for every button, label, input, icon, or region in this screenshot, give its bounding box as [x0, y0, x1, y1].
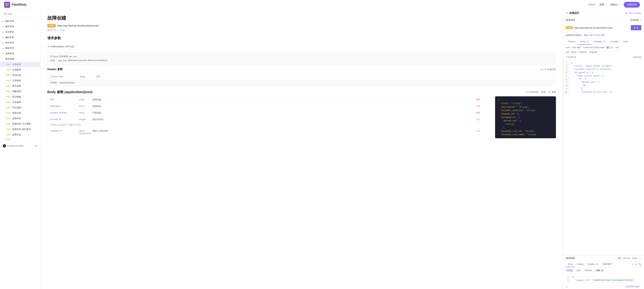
body-type-xml[interactable]: xml — [615, 46, 618, 49]
search-icon: 🔍 — [4, 13, 6, 15]
chevron-right-icon: ▶ — [3, 36, 4, 38]
sidebar-item-collab-space[interactable]: ▶ 协作空间 — [0, 40, 40, 46]
tab-headers[interactable]: Headers 1 — [592, 38, 608, 45]
sidebar-item-incident-card-view[interactable]: POST 故障列表-按ID查询 — [0, 126, 40, 132]
search-input[interactable] — [8, 13, 36, 15]
body-type-json[interactable]: json — [606, 46, 613, 49]
code-line: "string" — [498, 122, 553, 126]
param-row-incident-severity: incident_severity string 严重程度 必需 — [48, 110, 492, 116]
code-line: "channel_id": 0, — [498, 112, 553, 116]
compare-icon[interactable]: ⇄ — [635, 263, 637, 266]
sidebar-item-team-mgmt[interactable]: ▶ 团队管理 — [0, 18, 40, 24]
sidebar-item-label: 关闭故障 — [12, 79, 21, 82]
format-raw-button[interactable]: Raw — [575, 269, 582, 272]
tab-auth[interactable]: Auth — [621, 38, 630, 45]
sidebar-item-snooze-incident[interactable]: POST 取消屏蔽 — [0, 94, 40, 100]
param-row-description: description string 故障描述 可选 — [48, 103, 492, 110]
auth-section-header[interactable]: ▼ Authorization: API Key — [47, 43, 556, 50]
runner-title: ✕ 在线运行 — [566, 12, 580, 15]
sidebar-item-incident-log[interactable]: POST — [0, 138, 40, 142]
sidebar-item-incident-id-query[interactable]: POST 故障记录 — [0, 132, 40, 138]
tab-cookies[interactable]: Cookies — [608, 38, 621, 45]
body-type-urlencoded[interactable]: x-www-form-urlencoded — [583, 46, 604, 49]
auto-gen-button[interactable]: ↺ 自动生成 — [566, 56, 576, 59]
format-button[interactable]: ⊟ 格式化 — [633, 56, 641, 59]
official-link[interactable]: 官网 ↗ — [600, 3, 606, 6]
post-badge: POST — [6, 112, 11, 114]
api-url-row: POST https://api.flashcat.cloud/incident… — [47, 24, 556, 28]
search-icon[interactable]: 🔍 — [638, 263, 641, 266]
sidebar-item-reopen-incident[interactable]: POST 屏蔽故障 — [0, 89, 40, 94]
search-box[interactable]: 🔍 — [2, 12, 38, 16]
code-editor[interactable]: 12345 678910 { "title": "login server is… — [563, 60, 644, 255]
main-content: 故障创建 POST https://api.flashcat.cloud/inc… — [40, 10, 563, 289]
sidebar-item-close-incident[interactable]: POST 重开故障 — [0, 83, 40, 89]
body-type-binary[interactable]: binary — [571, 51, 576, 53]
encoding-select[interactable]: utf8 — [594, 268, 604, 272]
code-line: { — [498, 98, 553, 102]
tab-body[interactable]: Body 1 — [578, 38, 592, 45]
sidebar-item-comment-incident[interactable]: POST 故障详情 — [0, 110, 40, 116]
sidebar-item-create-incident[interactable]: POST 派派故障 — [0, 62, 40, 67]
sidebar-item-shift-mgmt[interactable]: ▶ 值班管理 — [0, 24, 40, 29]
env-selector[interactable]: 正式环境 ▼ — [630, 18, 641, 22]
code-line: "schedule_to_role_ids": { — [571, 90, 642, 94]
sidebar-item-aggregate-view[interactable]: 聚合视图 — [0, 56, 40, 62]
example-label: 示例值： — [50, 81, 59, 84]
response-tab-actual-request[interactable]: 实际请求* — [600, 261, 614, 267]
sidebar-item-info-fetch[interactable]: ▶ 信息获取 — [0, 29, 40, 35]
response-tab-body[interactable]: Body — [566, 262, 575, 267]
auto-select-agent[interactable]: ↑ 自动选择 Agent ↓ — [624, 285, 641, 288]
share-icon[interactable]: ⤢ — [632, 263, 634, 266]
format-preview-button[interactable]: Preview — [583, 269, 593, 272]
code-line: "title": "login server is down", — [571, 64, 642, 68]
param-desc: 故障标题 — [92, 98, 474, 101]
example-json-panel: { "title": "string", "description": "str… — [495, 96, 556, 138]
url-input[interactable] — [574, 26, 630, 29]
body-type-raw[interactable]: raw — [566, 51, 569, 53]
sidebar-item-acknowledge-incident[interactable]: POST 取消认领 — [0, 72, 40, 78]
response-bottom-bar: ⇅ ↑ 自动选择 Agent ↓ — [563, 284, 644, 289]
expand-collapse-icon[interactable]: ⇅ — [566, 286, 568, 288]
response-tab-header[interactable]: Header 5 — [586, 262, 600, 267]
param-type: object (Assignment) — [79, 130, 91, 134]
expand-icon[interactable]: ⤢ — [639, 257, 641, 260]
sidebar-item-incident-detail[interactable]: POST 故障列表 — [0, 116, 40, 121]
sidebar-item-cancel-acknowledge[interactable]: POST 关闭故障 — [0, 78, 40, 83]
code-line: "title": "string", — [498, 102, 553, 105]
tab-badge: 5 — [596, 263, 598, 265]
request-params-title: 请求参数 — [47, 36, 556, 40]
body-type-none[interactable]: none — [566, 46, 570, 49]
close-icon[interactable]: ✕ — [566, 12, 568, 15]
sidebar-item-unsnooze-incident[interactable]: POST 合并故障 — [0, 100, 40, 105]
body-type-graphql[interactable]: GraphQL — [578, 51, 587, 53]
tab-params[interactable]: Params — [566, 38, 578, 45]
auth-example-value: app_key: 2f68dbbf-519d-4f01-9636-e2421b6… — [58, 59, 108, 62]
param-row-title: title string 故障标题 必需 — [48, 96, 492, 103]
sidebar-item-merge-incident[interactable]: POST 评论故障 — [0, 105, 40, 110]
dev-link[interactable]: 开发者 — [588, 3, 595, 6]
example-button[interactable]: 示例 — [541, 90, 546, 94]
generate-code-button[interactable]: </> 生成代码 — [526, 90, 538, 94]
sidebar-item-pref-settings[interactable]: ▶ 偏好设置 — [0, 35, 40, 40]
send-button[interactable]: 发 送 — [631, 25, 641, 30]
apifox-icon: A — [3, 144, 6, 148]
sidebar-item-incident-mgmt[interactable]: ▼ 故障管理 — [0, 51, 40, 56]
copy-button[interactable]: 📋 复制 — [548, 90, 556, 94]
run-in-apifox-button[interactable]: ▶ Run in Apifox — [626, 12, 641, 14]
generate-code-button[interactable]: </> ⟨/⟩ 生成代码 — [540, 68, 556, 71]
sidebar-item-incident-list[interactable]: POST 故障列表-卡片视图 — [0, 121, 40, 126]
console-link[interactable]: 控制台 ↗ — [610, 3, 620, 6]
code-line: "escalate_rule_name": "string" — [498, 133, 553, 136]
free-trial-button[interactable]: 免费试用 — [624, 2, 640, 8]
code-line: "escalate_rule_id": "string", — [498, 130, 553, 133]
response-tab-cookie[interactable]: Cookie — [575, 262, 586, 267]
status-time: 554 ms — [623, 257, 630, 260]
format-pretty-button[interactable]: Pretty — [566, 269, 574, 272]
body-type-msgpack[interactable]: msgpack — [589, 51, 597, 53]
sidebar-item-dispatch-incident[interactable]: POST 认领故障 — [0, 67, 40, 72]
settings-icon[interactable]: ⚙ — [35, 144, 38, 148]
body-type-form-data[interactable]: form-data — [572, 46, 581, 49]
install-plugin-link[interactable]: 安装 Chrome 插件 — [588, 34, 605, 36]
sidebar-item-template-mgmt[interactable]: ▶ 模板管理 — [0, 46, 40, 51]
